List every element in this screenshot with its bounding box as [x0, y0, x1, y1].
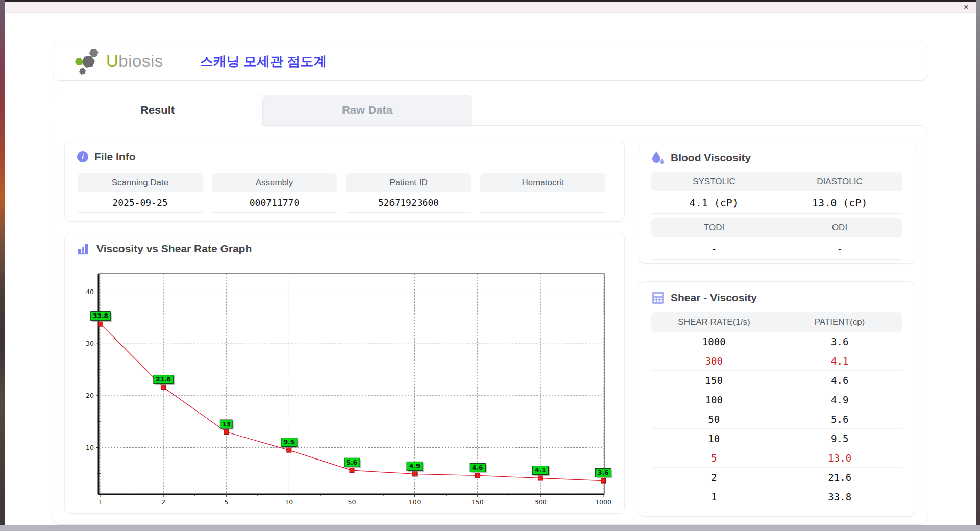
svg-text:150: 150: [472, 498, 484, 506]
graph-title: Viscosity vs Shear Rate Graph: [96, 243, 252, 255]
file-info-card: i File Info Scanning Date2025-09-25Assem…: [64, 141, 625, 222]
table-row: 505.6: [651, 409, 902, 429]
diastolic-value: 13.0 (cP): [777, 191, 903, 213]
file-info-field: Assembly000711770: [212, 173, 337, 213]
bv-value-row-1: 4.1 (cP) 13.0 (cP): [651, 191, 902, 214]
shear-rate-cell: 5: [651, 448, 777, 467]
svg-text:100: 100: [409, 498, 421, 506]
file-info-field: Scanning Date2025-09-25: [78, 173, 203, 213]
svg-text:5.6: 5.6: [347, 459, 357, 466]
blood-drop-icon: [651, 151, 665, 165]
table-row: 1504.6: [651, 371, 902, 390]
svg-text:33.8: 33.8: [93, 312, 108, 320]
sv-rows: 10003.63004.11504.61004.9505.6109.5513.0…: [651, 332, 902, 506]
bv-header-row-1: SYSTOLIC DIASTOLIC: [651, 172, 902, 191]
file-info-title: File Info: [94, 151, 136, 163]
field-label: Assembly: [212, 173, 337, 192]
svg-text:20: 20: [86, 392, 94, 399]
viscosity-chart: 102030401251050100150300100033.821.6139.…: [77, 265, 618, 509]
header-card: Ubiosis 스캐닝 모세관 점도계: [53, 42, 927, 81]
blood-viscosity-title: Blood Viscosity: [671, 152, 751, 164]
ubiosis-logo-icon: [75, 48, 102, 75]
odi-label: ODI: [777, 218, 902, 237]
table-row: 109.5: [651, 429, 902, 448]
field-label: Scanning Date: [78, 173, 203, 192]
file-info-field: Patient ID52671923600: [346, 173, 471, 213]
svg-text:4.6: 4.6: [472, 464, 483, 471]
svg-text:9.5: 9.5: [284, 439, 295, 446]
tab-result[interactable]: Result: [53, 94, 262, 126]
field-value: [480, 192, 605, 213]
todi-label: TODI: [651, 218, 777, 237]
shear-rate-cell: 300: [651, 351, 777, 370]
info-icon: i: [77, 151, 88, 162]
svg-text:3.6: 3.6: [598, 469, 608, 476]
svg-text:10: 10: [285, 498, 293, 506]
svg-text:300: 300: [534, 498, 547, 506]
shear-viscosity-table: SHEAR RATE(1/s) PATIENT(cp) 10003.63004.…: [651, 312, 902, 506]
table-row: 1004.9: [651, 390, 902, 409]
patient-cell: 33.8: [777, 487, 903, 506]
svg-text:21.6: 21.6: [156, 376, 171, 383]
desktop-wallpaper-sliver-right: [976, 0, 980, 531]
shear-viscosity-title: Shear - Viscosity: [671, 292, 757, 304]
logo-u: U: [106, 52, 118, 70]
table-row: 513.0: [651, 448, 902, 468]
sv-header-row: SHEAR RATE(1/s) PATIENT(cp): [651, 312, 902, 332]
diastolic-label: DIASTOLIC: [777, 172, 902, 191]
window-titlebar: ×: [5, 2, 976, 13]
window-bottom-edge: [0, 525, 980, 531]
tab-raw-data[interactable]: Raw Data: [262, 95, 472, 126]
patient-column-header: PATIENT(cp): [777, 312, 902, 332]
svg-text:4.1: 4.1: [535, 467, 546, 474]
shear-rate-cell: 2: [651, 468, 777, 487]
bv-value-row-2: - -: [651, 237, 902, 260]
table-row: 221.6: [651, 468, 902, 487]
systolic-value: 4.1 (cP): [651, 191, 777, 213]
shear-rate-column-header: SHEAR RATE(1/s): [651, 312, 777, 332]
patient-cell: 9.5: [777, 429, 903, 448]
table-row: 133.8: [651, 487, 902, 506]
shear-rate-cell: 1000: [651, 332, 777, 351]
calculator-grid-icon: [651, 291, 665, 304]
blood-viscosity-card: Blood Viscosity SYSTOLIC DIASTOLIC 4.1 (…: [639, 141, 915, 264]
svg-text:4.9: 4.9: [409, 463, 420, 470]
systolic-label: SYSTOLIC: [651, 172, 777, 191]
table-row: 10003.6: [651, 332, 902, 351]
bv-header-row-2: TODI ODI: [651, 218, 902, 237]
shear-rate-cell: 50: [651, 409, 777, 428]
blood-viscosity-table: SYSTOLIC DIASTOLIC 4.1 (cP) 13.0 (cP) TO…: [651, 172, 902, 264]
patient-cell: 4.1: [777, 351, 903, 370]
screen: × Ubiosis 스캐닝 모세관 점도계 Result Raw Data i …: [0, 0, 980, 531]
svg-text:13: 13: [222, 421, 231, 428]
field-value: 52671923600: [346, 192, 471, 213]
svg-text:40: 40: [86, 288, 94, 296]
patient-cell: 5.6: [777, 409, 903, 428]
desktop-wallpaper-sliver-left: [0, 0, 5, 531]
field-label: Patient ID: [346, 173, 471, 192]
logo-biosis: biosis: [118, 52, 163, 70]
chart-wrap: 102030401251050100150300100033.821.6139.…: [77, 265, 618, 511]
field-label: Hematocrit: [480, 173, 605, 192]
odi-value: -: [777, 237, 903, 259]
shear-rate-cell: 100: [651, 390, 777, 409]
field-value: 2025-09-25: [78, 192, 203, 213]
shear-rate-cell: 1: [651, 487, 777, 506]
patient-cell: 21.6: [777, 468, 903, 487]
patient-cell: 4.6: [777, 371, 903, 390]
shear-rate-cell: 10: [651, 429, 777, 448]
app-title-korean: 스캐닝 모세관 점도계: [200, 53, 327, 70]
svg-text:5: 5: [224, 498, 228, 506]
logo-text: Ubiosis: [106, 52, 163, 71]
svg-text:1000: 1000: [595, 498, 611, 506]
todi-value: -: [651, 237, 777, 259]
patient-cell: 13.0: [777, 448, 903, 467]
patient-cell: 3.6: [777, 332, 903, 351]
bar-chart-icon: [77, 243, 90, 255]
svg-text:30: 30: [86, 340, 94, 347]
file-info-field: Hematocrit: [480, 173, 605, 213]
svg-text:1: 1: [99, 498, 103, 506]
close-icon[interactable]: ×: [964, 3, 969, 11]
svg-text:2: 2: [161, 498, 165, 506]
table-row: 3004.1: [651, 351, 902, 371]
